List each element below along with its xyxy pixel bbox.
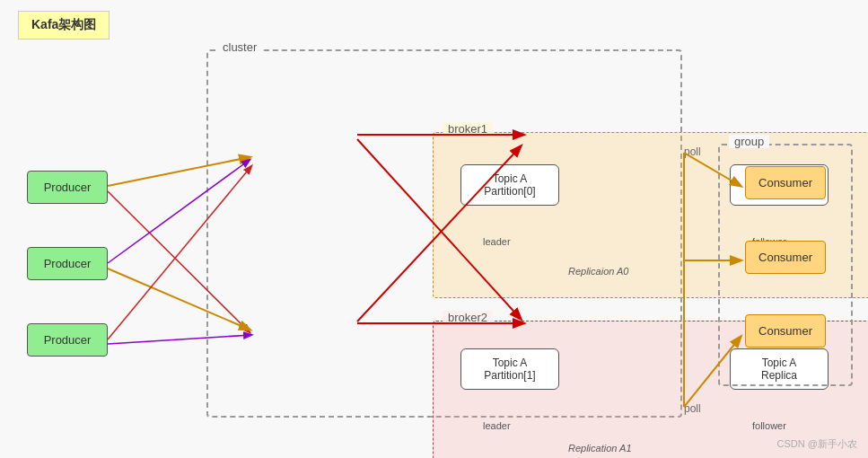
cluster-box: cluster broker1 Topic A Partition[0] lea…: [206, 49, 682, 418]
leader-label-0: leader: [483, 236, 511, 247]
cluster-label: cluster: [217, 40, 262, 54]
topic-partition-1: Topic A Partition[1]: [460, 348, 559, 390]
producer-2: Producer: [27, 247, 108, 280]
watermark: CSDN @新手小农: [777, 437, 857, 451]
title-box: Kafa架构图: [18, 11, 110, 40]
replication-a0-label: Replicaion A0: [568, 266, 628, 277]
group-label: group: [729, 135, 769, 148]
consumer-3: Consumer: [745, 314, 826, 348]
replication-a1-label: Replication A1: [568, 443, 632, 454]
broker2-label: broker2: [443, 311, 493, 324]
canvas: Kafa架构图 cluster broker1 Topic A Partitio…: [0, 0, 868, 458]
follower-label-1: follower: [752, 420, 786, 431]
leader-label-1: leader: [483, 420, 511, 431]
producer-3: Producer: [27, 323, 108, 357]
poll-label-2: poll: [684, 402, 701, 415]
consumer-1: Consumer: [745, 166, 826, 199]
title-text: Kafa架构图: [31, 17, 96, 31]
broker1-label: broker1: [443, 122, 493, 136]
poll-label-1: poll: [684, 145, 701, 158]
producer-1: Producer: [27, 171, 108, 204]
topic-partition-0: Topic A Partition[0]: [460, 164, 559, 206]
consumer-2: Consumer: [745, 241, 826, 274]
